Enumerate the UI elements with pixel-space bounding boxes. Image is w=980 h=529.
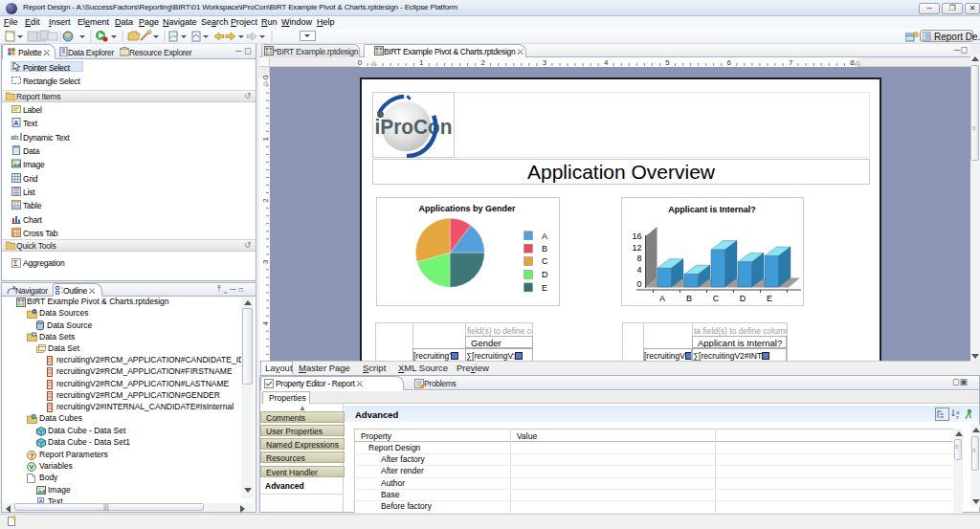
svg-text:A: A xyxy=(659,294,665,303)
svg-text:0: 0 xyxy=(636,279,641,289)
svg-text:8: 8 xyxy=(850,58,855,67)
svg-text:2: 2 xyxy=(261,198,270,203)
svg-text:4: 4 xyxy=(636,265,641,275)
svg-text:16: 16 xyxy=(632,231,641,241)
svg-text:1: 1 xyxy=(419,58,424,67)
svg-text:ab: ab xyxy=(11,133,18,142)
svg-text:E: E xyxy=(767,294,772,303)
svg-text:5: 5 xyxy=(665,58,670,67)
svg-text:D: D xyxy=(740,294,746,303)
svg-text:2: 2 xyxy=(480,58,485,67)
svg-text:7: 7 xyxy=(789,58,793,67)
svg-text:C: C xyxy=(713,294,720,303)
svg-text:4: 4 xyxy=(261,320,270,325)
svg-text:B: B xyxy=(542,244,547,253)
svg-text:6: 6 xyxy=(727,58,732,67)
svg-text:Σ: Σ xyxy=(13,259,18,268)
svg-text:Applications by Gender: Applications by Gender xyxy=(418,204,516,213)
svg-text:3: 3 xyxy=(261,259,270,264)
svg-text:D: D xyxy=(542,270,548,279)
svg-text:iProCon: iProCon xyxy=(375,115,453,139)
svg-text:0: 0 xyxy=(358,58,363,67)
svg-text:0: 0 xyxy=(261,75,270,79)
svg-text:z: z xyxy=(956,414,959,420)
svg-text:A: A xyxy=(542,231,547,241)
svg-text:8: 8 xyxy=(636,253,641,263)
svg-text:E: E xyxy=(542,283,547,293)
svg-text:A: A xyxy=(13,120,18,126)
svg-text:3: 3 xyxy=(543,58,547,67)
svg-text:?: ? xyxy=(30,452,34,460)
svg-text:C: C xyxy=(542,256,548,266)
svg-text:B: B xyxy=(686,294,692,303)
svg-text:Applicant is Internal?: Applicant is Internal? xyxy=(668,205,756,214)
svg-text:12: 12 xyxy=(632,243,641,253)
svg-text:1: 1 xyxy=(261,137,270,142)
svg-text:4: 4 xyxy=(604,58,609,67)
